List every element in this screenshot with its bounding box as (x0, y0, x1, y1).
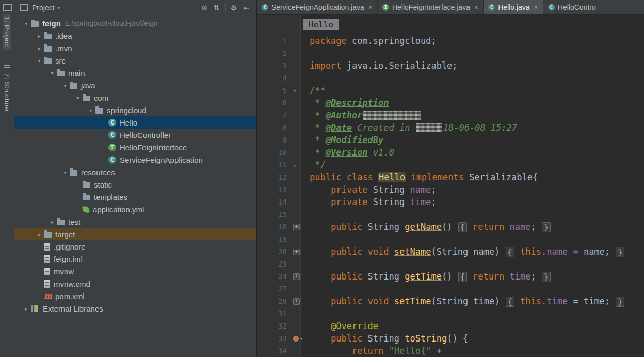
code-line-5[interactable]: 5▾/** (257, 84, 644, 97)
fold-arrow-icon[interactable]: ▾ (293, 88, 296, 94)
fold-end-icon[interactable]: ▴ (293, 162, 296, 168)
tree-item-test[interactable]: ▸test (14, 215, 256, 228)
line-number[interactable]: 10 (257, 148, 292, 157)
code-line-8[interactable]: 8 * @Date Created in 18-06-08 15:27 (257, 121, 644, 134)
tree-item-servicefeignapplication[interactable]: CServiceFeignApplication (14, 153, 256, 166)
fold-gutter[interactable]: + (292, 298, 307, 305)
expand-arrow[interactable]: ▾ (73, 95, 83, 101)
code-line-13[interactable]: 13 private String name; (257, 183, 644, 196)
code-line-31[interactable]: 31 (257, 307, 644, 320)
tab-hellocontro[interactable]: CHelloContro (543, 0, 614, 14)
expand-arrow[interactable]: ▸ (35, 231, 44, 237)
line-number[interactable]: 7 (257, 111, 292, 119)
code-line-23[interactable]: 23 (257, 258, 644, 270)
tree-item-mvnw-cmd[interactable]: mvnw.cmd (14, 277, 256, 290)
tree-item-application-yml[interactable]: application.yml (14, 203, 256, 215)
line-number[interactable]: 19 (257, 235, 292, 243)
tab-hellofeigninterface-java[interactable]: IHelloFeignInterface.java× (378, 0, 484, 14)
line-number[interactable]: 6 (257, 99, 292, 107)
expand-arrow[interactable]: ▾ (86, 107, 95, 113)
line-number[interactable]: 16 (257, 223, 292, 231)
hide-panel-icon[interactable]: ⇤ (243, 4, 249, 11)
line-number[interactable]: 14 (257, 198, 292, 206)
tree-item-main[interactable]: ▾main (14, 67, 256, 79)
expand-arrow[interactable]: ▸ (35, 33, 44, 39)
code-line-19[interactable]: 19 (257, 233, 644, 245)
code-editor[interactable]: Hello 1package com.springcloud;23import … (257, 15, 644, 357)
expand-arrow[interactable]: ▸ (35, 45, 44, 51)
fold-gutter[interactable]: + (292, 249, 307, 255)
code-line-14[interactable]: 14 private String time; (257, 196, 644, 208)
tree-item-pom-xml[interactable]: mpom.xml (14, 290, 256, 302)
tree-item-hellocontroller[interactable]: CHelloController (14, 129, 256, 141)
fold-expand-icon[interactable]: + (293, 249, 300, 255)
code-line-11[interactable]: 11▴ */ (257, 159, 644, 171)
line-number[interactable]: 27 (257, 285, 292, 293)
line-number[interactable]: 1 (257, 37, 292, 45)
code-line-16[interactable]: 16+ public String getName() { return nam… (257, 221, 644, 233)
line-number[interactable]: 5 (257, 86, 292, 95)
code-line-12[interactable]: 12public class Hello implements Serializ… (257, 171, 644, 183)
code-line-7[interactable]: 7 * @Author (257, 109, 644, 121)
fold-expand-icon[interactable]: + (293, 298, 300, 305)
fold-gutter[interactable]: ▾ (292, 88, 307, 94)
fold-gutter[interactable]: ▴ (292, 162, 307, 168)
tree-item-feign-iml[interactable]: feign.iml (14, 253, 256, 265)
line-number[interactable]: 12 (257, 173, 292, 181)
code-line-27[interactable]: 27 (257, 283, 644, 295)
tree-item-templates[interactable]: templates (14, 191, 256, 203)
line-number[interactable]: 33 (257, 334, 292, 343)
toolwindow-button-project[interactable]: 1: Project (3, 14, 11, 50)
breadcrumb-hello[interactable]: Hello (303, 19, 339, 30)
expand-arrow[interactable]: ▸ (22, 306, 31, 312)
fold-gutter[interactable]: ↑▾ (292, 336, 307, 342)
line-number[interactable]: 8 (257, 123, 292, 132)
line-number[interactable]: 13 (257, 185, 292, 194)
tree-item-static[interactable]: static (14, 178, 256, 191)
code-line-10[interactable]: 10 * @Version v1.0 (257, 146, 644, 159)
close-icon[interactable]: × (534, 4, 538, 11)
code-line-2[interactable]: 2 (257, 47, 644, 59)
tree-item-com[interactable]: ▾com (14, 91, 256, 104)
code-line-4[interactable]: 4 (257, 72, 644, 84)
project-tool-window-icon[interactable] (3, 4, 12, 11)
fold-expand-icon[interactable]: + (293, 273, 300, 280)
line-number[interactable]: 11 (257, 161, 292, 169)
close-icon[interactable]: × (368, 4, 373, 11)
tree-item-mvn[interactable]: ▸.mvn (14, 42, 256, 54)
line-number[interactable]: 24 (257, 272, 292, 281)
tree-item-springcloud[interactable]: ▾springcloud (14, 104, 256, 116)
line-number[interactable]: 31 (257, 309, 292, 318)
tree-item-src[interactable]: ▾src (14, 54, 256, 67)
tree-item-feign[interactable]: ▾feignE:\springboot-cloud-pro\feign (14, 17, 256, 29)
code-line-20[interactable]: 20+ public void setName(String name) { t… (257, 245, 644, 258)
tree-item-external-libraries[interactable]: ▸External Libraries (14, 302, 256, 315)
tab-servicefeignapplication-java[interactable]: CServiceFeignApplication.java× (257, 0, 378, 14)
code-line-1[interactable]: 1package com.springcloud; (257, 35, 644, 47)
expand-arrow[interactable]: ▾ (60, 169, 70, 175)
code-line-34[interactable]: 34 return "Hello{" + (257, 345, 644, 357)
code-line-32[interactable]: 32 @Override (257, 320, 644, 332)
tree-item-idea[interactable]: ▸.idea (14, 29, 256, 42)
tree-item-mvnw[interactable]: mvnw (14, 265, 256, 277)
fold-gutter[interactable]: + (292, 273, 307, 280)
tree-item-resources[interactable]: ▾resources (14, 166, 256, 178)
override-marker-icon[interactable]: ↑ (293, 336, 299, 342)
tab-hello-java[interactable]: CHello.java× (484, 0, 543, 14)
close-icon[interactable]: × (474, 4, 478, 11)
code-line-15[interactable]: 15 (257, 208, 644, 221)
code-line-3[interactable]: 3import java.io.Serializable; (257, 59, 644, 72)
fold-arrow-icon[interactable]: ▾ (300, 336, 303, 342)
tree-item-java[interactable]: ▾java (14, 79, 256, 91)
line-number[interactable]: 20 (257, 247, 292, 256)
code-line-6[interactable]: 6 * @Description (257, 97, 644, 109)
tree-item-target[interactable]: ▸target (14, 228, 256, 240)
tree-item-hellofeigninterface[interactable]: IHelloFeignInterface (14, 141, 256, 153)
expand-arrow[interactable]: ▾ (35, 58, 44, 64)
line-number[interactable]: 2 (257, 49, 292, 57)
code-line-33[interactable]: 33↑▾ public String toString() { (257, 332, 644, 345)
fold-expand-icon[interactable]: + (293, 224, 300, 230)
line-number[interactable]: 32 (257, 322, 292, 330)
line-number[interactable]: 15 (257, 210, 292, 219)
line-number[interactable]: 4 (257, 74, 292, 82)
